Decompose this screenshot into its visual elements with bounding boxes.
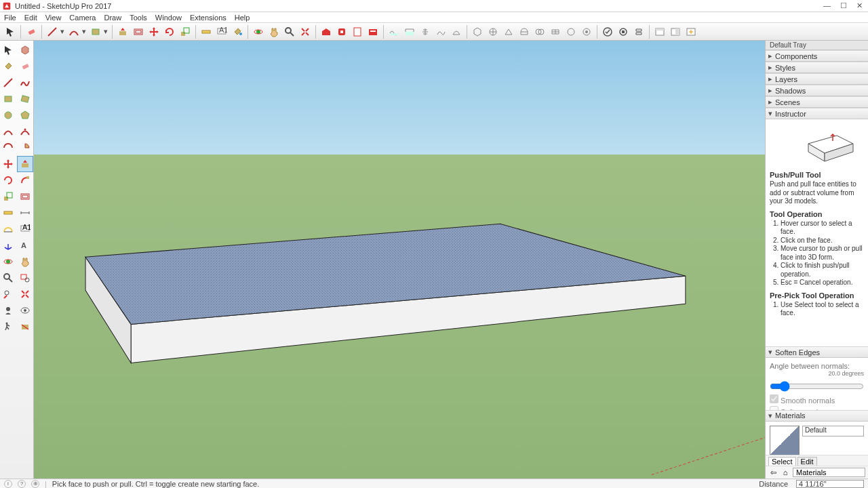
sandbox-3-icon[interactable] bbox=[418, 24, 433, 39]
materials-library-select[interactable]: Materials bbox=[793, 468, 865, 477]
solid-5-icon[interactable] bbox=[532, 24, 547, 39]
minimize-button[interactable]: — bbox=[823, 1, 831, 10]
mat-home-icon[interactable]: ⌂ bbox=[781, 468, 790, 477]
zoom-extents-icon[interactable] bbox=[298, 24, 313, 39]
solid-6-icon[interactable] bbox=[548, 24, 563, 39]
material-name-field[interactable]: Default bbox=[802, 426, 864, 436]
text-icon[interactable]: A1 bbox=[17, 221, 34, 237]
dimension-icon[interactable] bbox=[17, 205, 34, 221]
materials-tab-edit[interactable]: Edit bbox=[797, 457, 817, 466]
eraser-icon[interactable] bbox=[24, 24, 39, 39]
close-button[interactable]: ✕ bbox=[856, 1, 863, 10]
menu-file[interactable]: File bbox=[4, 14, 16, 22]
panel-soften[interactable]: ▾Soften Edges bbox=[766, 346, 868, 358]
section-icon[interactable] bbox=[17, 319, 34, 335]
extension-warehouse-icon[interactable] bbox=[334, 24, 349, 39]
view-2-icon[interactable] bbox=[668, 24, 683, 39]
rectangle-icon[interactable] bbox=[0, 91, 17, 107]
circle-icon[interactable] bbox=[0, 107, 17, 123]
panel-styles[interactable]: ▸Styles bbox=[766, 62, 868, 73]
panel-instructor[interactable]: ▾Instructor bbox=[766, 108, 868, 119]
axes-icon[interactable] bbox=[0, 237, 17, 253]
zoom-left-icon[interactable] bbox=[0, 270, 17, 286]
panel-scenes[interactable]: ▸Scenes bbox=[766, 96, 868, 108]
tape-measure-icon[interactable] bbox=[199, 24, 214, 39]
materials-tab-select[interactable]: Select bbox=[768, 457, 796, 466]
paintbucket-icon[interactable] bbox=[0, 58, 17, 75]
menu-draw[interactable]: Draw bbox=[104, 14, 121, 22]
text-tool-icon[interactable]: A1 bbox=[214, 24, 229, 39]
protractor-icon[interactable] bbox=[0, 221, 17, 237]
rotate-tool-icon[interactable] bbox=[162, 24, 177, 39]
check-2-icon[interactable] bbox=[616, 24, 631, 39]
line-dropdown-icon[interactable]: ▾ bbox=[60, 24, 64, 39]
previous-icon[interactable] bbox=[0, 286, 17, 302]
smooth-normals-checkbox[interactable]: Smooth normals bbox=[770, 394, 864, 405]
sandbox-4-icon[interactable] bbox=[433, 24, 448, 39]
freehand-icon[interactable] bbox=[17, 75, 34, 91]
pie-icon[interactable] bbox=[17, 140, 34, 156]
position-camera-icon[interactable] bbox=[0, 302, 17, 319]
offset-icon[interactable] bbox=[17, 188, 34, 205]
scale-icon[interactable] bbox=[0, 188, 17, 205]
shape-dropdown-icon[interactable]: ▾ bbox=[104, 24, 108, 39]
rotated-rect-icon[interactable] bbox=[17, 91, 34, 107]
make-component-icon[interactable] bbox=[17, 42, 34, 58]
panel-components[interactable]: ▸Components bbox=[766, 50, 868, 62]
followme-icon[interactable] bbox=[17, 172, 34, 188]
solid-8-icon[interactable] bbox=[579, 24, 594, 39]
sandbox-5-icon[interactable] bbox=[449, 24, 464, 39]
offset-tool-icon[interactable] bbox=[131, 24, 146, 39]
solid-7-icon[interactable] bbox=[564, 24, 578, 39]
check-1-icon[interactable] bbox=[600, 24, 615, 39]
2pt-arc-icon[interactable] bbox=[17, 123, 34, 140]
3dtext-icon[interactable]: A bbox=[17, 237, 34, 253]
rectangle-tool-icon[interactable] bbox=[88, 24, 103, 39]
orbit-left-icon[interactable] bbox=[0, 253, 17, 270]
solid-1-icon[interactable] bbox=[470, 24, 485, 39]
zoom-window-icon[interactable] bbox=[17, 270, 34, 286]
maximize-button[interactable]: ☐ bbox=[840, 1, 847, 10]
line-tool-icon[interactable] bbox=[45, 24, 60, 39]
extension-manager-icon[interactable] bbox=[366, 24, 380, 39]
scale-tool-icon[interactable] bbox=[178, 24, 193, 39]
move-icon[interactable] bbox=[0, 156, 17, 172]
move-tool-icon[interactable] bbox=[146, 24, 161, 39]
solid-2-icon[interactable] bbox=[486, 24, 500, 39]
menu-extensions[interactable]: Extensions bbox=[190, 14, 226, 22]
3pt-arc-icon[interactable] bbox=[0, 140, 17, 156]
eraser-left-icon[interactable] bbox=[17, 58, 34, 75]
pan-icon[interactable] bbox=[267, 24, 281, 39]
select-tool-icon[interactable] bbox=[3, 24, 18, 39]
menu-tools[interactable]: Tools bbox=[130, 14, 147, 22]
zoom-extents-left-icon[interactable] bbox=[17, 286, 34, 302]
tape-icon[interactable] bbox=[0, 205, 17, 221]
arc-icon[interactable] bbox=[0, 123, 17, 140]
pushpull-toolbar-icon[interactable] bbox=[115, 24, 130, 39]
sandbox-1-icon[interactable] bbox=[387, 24, 401, 39]
sandbox-2-icon[interactable] bbox=[402, 24, 417, 39]
solid-4-icon[interactable] bbox=[517, 24, 532, 39]
current-material-swatch[interactable] bbox=[770, 426, 800, 455]
zoom-icon[interactable] bbox=[282, 24, 297, 39]
status-info-icon[interactable]: i bbox=[4, 480, 12, 488]
distance-value-box[interactable]: 4 11/16" bbox=[796, 480, 864, 488]
status-geo-icon[interactable]: ⊕ bbox=[31, 480, 39, 488]
solid-3-icon[interactable] bbox=[501, 24, 516, 39]
panel-shadows[interactable]: ▸Shadows bbox=[766, 85, 868, 96]
mat-back-icon[interactable]: ⇦ bbox=[768, 468, 778, 477]
arc-dropdown-icon[interactable]: ▾ bbox=[82, 24, 86, 39]
soften-angle-slider[interactable] bbox=[770, 381, 864, 392]
menu-view[interactable]: View bbox=[45, 14, 62, 22]
orbit-icon[interactable] bbox=[251, 24, 266, 39]
menu-help[interactable]: Help bbox=[235, 14, 250, 22]
warehouse-icon[interactable] bbox=[319, 24, 334, 39]
check-3-icon[interactable] bbox=[631, 24, 646, 39]
arc-tool-icon[interactable] bbox=[66, 24, 81, 39]
menu-window[interactable]: Window bbox=[155, 14, 182, 22]
select-icon[interactable] bbox=[0, 42, 17, 58]
pan-left-icon[interactable] bbox=[17, 253, 34, 270]
panel-materials[interactable]: ▾Materials bbox=[766, 410, 868, 422]
look-around-icon[interactable] bbox=[17, 302, 34, 319]
pushpull-icon[interactable] bbox=[17, 156, 34, 172]
